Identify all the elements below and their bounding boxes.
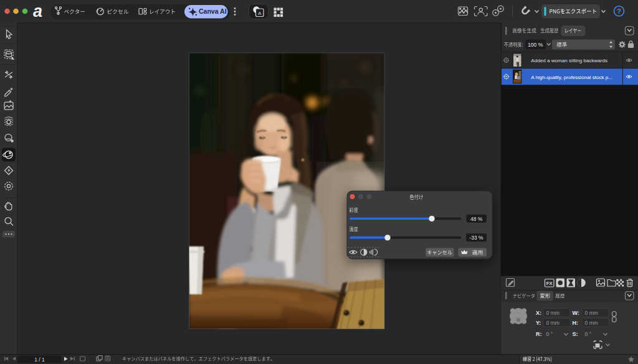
svg-text:0 mm: 0 mm — [585, 310, 598, 316]
svg-text:H:: H: — [573, 320, 579, 326]
svg-text:Added a woman sitting backward: Added a woman sitting backwards — [531, 58, 607, 63]
svg-text:A high-quality, professional s: A high-quality, professional stock p... — [531, 75, 612, 80]
svg-text:W:: W: — [573, 310, 579, 316]
svg-text:FX: FX — [546, 281, 553, 286]
svg-text:S:: S: — [573, 331, 578, 337]
svg-text:1 / 1: 1 / 1 — [34, 357, 45, 363]
svg-text:?: ? — [617, 7, 621, 15]
svg-text:Y:: Y: — [536, 320, 541, 326]
svg-text:0 mm: 0 mm — [585, 320, 598, 326]
svg-text:0 mm: 0 mm — [546, 310, 559, 316]
svg-text:a: a — [33, 2, 42, 21]
svg-text:100 %: 100 % — [528, 42, 543, 48]
svg-text:Canva AI: Canva AI — [199, 7, 227, 15]
svg-text:A: A — [258, 11, 262, 16]
svg-text:0 °: 0 ° — [546, 331, 553, 337]
svg-text:R:: R: — [536, 331, 542, 337]
svg-text:48 %: 48 % — [470, 216, 483, 222]
svg-text:X:: X: — [536, 310, 541, 316]
svg-text:0 °: 0 ° — [585, 331, 592, 337]
svg-text:-33 %: -33 % — [469, 235, 483, 241]
svg-text:0 mm: 0 mm — [546, 320, 559, 326]
